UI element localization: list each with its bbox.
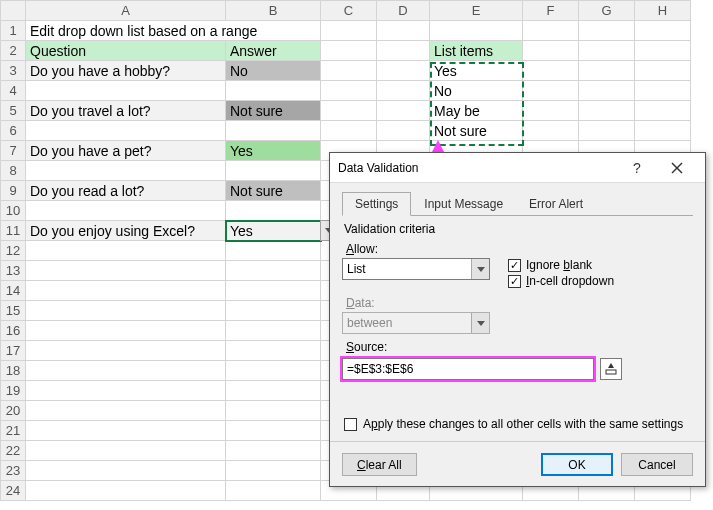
cell-B9[interactable]: Not sure [226,181,321,201]
cell-E4[interactable]: No [430,81,523,101]
checkbox-icon: ✓ [508,259,521,272]
row-head-24[interactable]: 24 [1,481,26,501]
row-head-12[interactable]: 12 [1,241,26,261]
row-head-22[interactable]: 22 [1,441,26,461]
row-head-7[interactable]: 7 [1,141,26,161]
cell-E3[interactable]: Yes [430,61,523,81]
cell-B11-value: Yes [230,223,253,239]
incell-dropdown-label: In-cell dropdown [526,274,614,288]
cell-B3[interactable]: No [226,61,321,81]
allow-label: Allow: [346,242,490,256]
allow-value: List [347,262,366,276]
cell-A3[interactable]: Do you have a hobby? [26,61,226,81]
col-head-G[interactable]: G [579,1,635,21]
checkbox-icon [344,418,357,431]
row-head-14[interactable]: 14 [1,281,26,301]
clear-all-button[interactable]: Clear All [342,453,417,476]
row-head-19[interactable]: 19 [1,381,26,401]
row-head-23[interactable]: 23 [1,461,26,481]
range-select-icon [605,363,617,375]
allow-combobox[interactable]: List [342,258,490,280]
collapse-dialog-button[interactable] [600,358,622,380]
apply-all-checkbox[interactable]: Apply these changes to all other cells w… [344,417,683,431]
source-input[interactable]: =$E$3:$E$6 [342,358,594,380]
cell-A5[interactable]: Do you travel a lot? [26,101,226,121]
svg-rect-3 [606,370,616,374]
col-head-F[interactable]: F [523,1,579,21]
close-icon [671,162,683,174]
cell-A11[interactable]: Do you enjoy using Excel? [26,221,226,241]
tab-input-message[interactable]: Input Message [411,192,516,216]
dialog-title: Data Validation [338,161,617,175]
row-head-9[interactable]: 9 [1,181,26,201]
row-head-3[interactable]: 3 [1,61,26,81]
row-head-6[interactable]: 6 [1,121,26,141]
col-head-B[interactable]: B [226,1,321,21]
chevron-down-icon[interactable] [471,259,489,279]
cell-A9[interactable]: Do you read a lot? [26,181,226,201]
source-label: Source: [346,340,693,354]
ignore-blank-checkbox[interactable]: ✓ Ignore blank [508,258,614,272]
row-head-16[interactable]: 16 [1,321,26,341]
checkbox-icon: ✓ [508,275,521,288]
cancel-button[interactable]: Cancel [621,453,693,476]
title-cell[interactable]: Edit drop down list based on a range [26,21,321,41]
column-header-row: A B C D E F G H [1,1,691,21]
row-head-18[interactable]: 18 [1,361,26,381]
cell-E5[interactable]: May be [430,101,523,121]
dialog-titlebar[interactable]: Data Validation ? [330,153,705,183]
cell-B5[interactable]: Not sure [226,101,321,121]
ignore-blank-label: Ignore blank [526,258,592,272]
cell-B11-active[interactable]: Yes [226,221,321,241]
row-head-21[interactable]: 21 [1,421,26,441]
source-value: =$E$3:$E$6 [347,362,413,376]
incell-dropdown-checkbox[interactable]: ✓ In-cell dropdown [508,274,614,288]
cell-E6[interactable]: Not sure [430,121,523,141]
dialog-footer: Clear All OK Cancel [330,441,705,487]
close-button[interactable] [657,154,697,182]
col-head-D[interactable]: D [377,1,430,21]
row-head-4[interactable]: 4 [1,81,26,101]
col-head-H[interactable]: H [635,1,691,21]
cell-B7[interactable]: Yes [226,141,321,161]
data-value: between [347,316,392,330]
validation-criteria-label: Validation criteria [344,222,693,236]
data-validation-dialog: Data Validation ? Settings Input Message… [329,152,706,487]
col-head-C[interactable]: C [321,1,377,21]
header-list[interactable]: List items [430,41,523,61]
chevron-down-icon [471,313,489,333]
apply-all-label: Apply these changes to all other cells w… [363,417,683,431]
header-question[interactable]: Question [26,41,226,61]
row-head-11[interactable]: 11 [1,221,26,241]
select-all-corner[interactable] [1,1,26,21]
row-head-13[interactable]: 13 [1,261,26,281]
tab-settings[interactable]: Settings [342,192,411,216]
row-head-15[interactable]: 15 [1,301,26,321]
help-button[interactable]: ? [617,154,657,182]
col-head-E[interactable]: E [430,1,523,21]
row-head-17[interactable]: 17 [1,341,26,361]
row-head-8[interactable]: 8 [1,161,26,181]
ok-button[interactable]: OK [541,453,613,476]
row-head-10[interactable]: 10 [1,201,26,221]
col-head-A[interactable]: A [26,1,226,21]
data-label: Data: [346,296,693,310]
row-head-20[interactable]: 20 [1,401,26,421]
row-head-5[interactable]: 5 [1,101,26,121]
row-head-1[interactable]: 1 [1,21,26,41]
row-head-2[interactable]: 2 [1,41,26,61]
tab-error-alert[interactable]: Error Alert [516,192,596,216]
header-answer[interactable]: Answer [226,41,321,61]
cell-A7[interactable]: Do you have a pet? [26,141,226,161]
dialog-tabs: Settings Input Message Error Alert [342,191,693,216]
data-combobox: between [342,312,490,334]
